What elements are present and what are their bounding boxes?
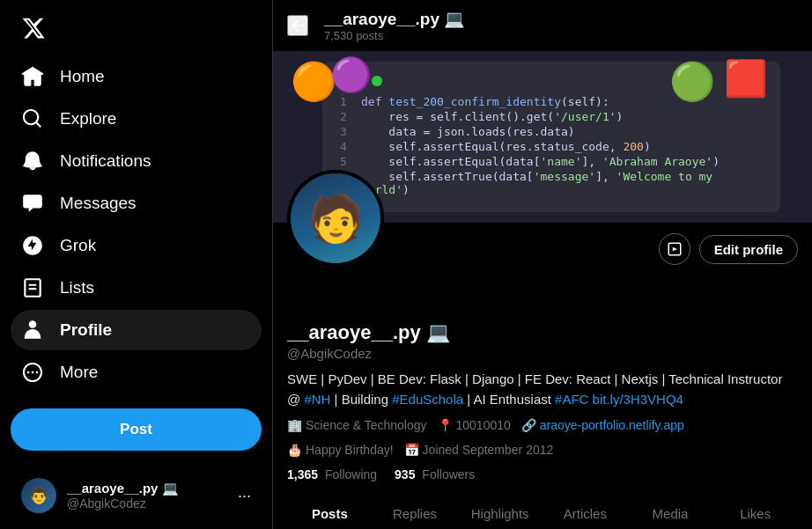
followers-label: Followers — [422, 467, 475, 481]
sidebar-user-menu[interactable]: 👨 __araoye__.py 💻 @AbgikCodez ··· — [11, 469, 262, 522]
code-line-4: 4 self.assertEqual(res.status_code, 200) — [340, 140, 763, 153]
main-content: __araoye__.py 💻 7,530 posts 🟠 🟣 🟢 🟥 1 de… — [273, 0, 812, 529]
back-button[interactable] — [287, 15, 308, 36]
sidebar-item-profile-label: Profile — [60, 320, 112, 340]
sidebar-item-messages-label: Messages — [60, 194, 137, 213]
sidebar-item-notifications[interactable]: Notifications — [11, 141, 262, 181]
following-label: Following — [325, 467, 377, 481]
meta-website: 🔗 araoye-portfolio.netlify.app — [521, 418, 684, 432]
home-icon — [21, 65, 44, 88]
header-posts-count: 7,530 posts — [324, 29, 465, 42]
lists-icon — [21, 276, 44, 299]
sidebar-item-lists-label: Lists — [60, 278, 94, 298]
bio-link-eduschola[interactable]: #EduSchola — [392, 392, 463, 407]
following-count: 1,365 — [287, 467, 318, 481]
profile-icon — [21, 319, 44, 342]
profile-tabs: Posts Replies Highlights Articles Media … — [287, 494, 798, 529]
tab-posts[interactable]: Posts — [287, 494, 373, 529]
code-line-3: 3 data = json.loads(res.data) — [340, 125, 763, 138]
sidebar-more-dots-icon: ··· — [238, 487, 251, 505]
sidebar: Home Explore Notifications Messages Grok… — [0, 0, 273, 529]
profile-meta: 🏢 Science & Technology 📍 10010010 🔗 arao… — [287, 418, 798, 457]
code-line-6: 6 self.assertTrue(data['message'], 'Welc… — [340, 170, 763, 196]
sidebar-user-info: __araoye__.py 💻 @AbgikCodez — [67, 481, 227, 511]
meta-category: 🏢 Science & Technology — [287, 418, 427, 432]
birthday-icon: 🎂 — [287, 443, 302, 457]
balloon-green: 🟢 — [669, 60, 715, 103]
x-logo-icon — [21, 16, 46, 40]
following-link[interactable]: 1,365 Following — [287, 467, 377, 481]
sidebar-item-lists[interactable]: Lists — [11, 268, 262, 308]
header-user-info: __araoye__.py 💻 7,530 posts — [324, 9, 465, 42]
tab-likes[interactable]: Likes — [712, 494, 798, 529]
tab-media[interactable]: Media — [628, 494, 713, 529]
profile-bio: SWE | PyDev | BE Dev: Flask | Django | F… — [287, 370, 798, 409]
profile-stats: 1,365 Following 935 Followers — [287, 467, 798, 481]
edit-profile-button[interactable]: Edit profile — [699, 235, 798, 264]
sidebar-item-more[interactable]: More — [11, 352, 262, 393]
sidebar-username: __araoye__.py 💻 — [67, 481, 227, 496]
code-line-5: 5 self.assertEqual(data['name'], 'Abraha… — [340, 155, 763, 168]
meta-joined: 📅 Joined September 2012 — [404, 443, 554, 457]
profile-avatar: 🧑 — [287, 170, 384, 267]
sidebar-item-grok[interactable]: Grok — [11, 225, 262, 266]
messages-icon — [21, 192, 44, 215]
bio-link-nh[interactable]: #NH — [304, 392, 330, 407]
balloon-pink: 🟥 — [724, 58, 768, 99]
maximize-dot — [372, 76, 382, 86]
sidebar-item-explore[interactable]: Explore — [11, 99, 262, 139]
sidebar-item-messages[interactable]: Messages — [11, 183, 262, 224]
explore-icon — [21, 107, 44, 130]
profile-header-bar: __araoye__.py 💻 7,530 posts — [273, 0, 812, 51]
profile-section: 🧑 Edit profile __araoye__.py 💻 @AbgikCod… — [273, 223, 812, 529]
sidebar-item-home[interactable]: Home — [11, 56, 262, 97]
followers-link[interactable]: 935 Followers — [395, 467, 475, 481]
sidebar-user-handle: @AbgikCodez — [67, 496, 227, 511]
sidebar-item-notifications-label: Notifications — [60, 151, 151, 171]
tab-highlights[interactable]: Highlights — [457, 494, 543, 529]
meta-location: 📍 10010010 — [438, 418, 511, 432]
sidebar-item-grok-label: Grok — [60, 236, 96, 255]
profile-handle: @AbgikCodez — [287, 346, 798, 361]
sidebar-item-home-label: Home — [60, 67, 105, 86]
media-icon-button[interactable] — [659, 233, 690, 265]
location-icon: 📍 — [438, 418, 453, 432]
code-line-2: 2 res = self.client().get('/user/1') — [340, 110, 763, 123]
profile-display-name: __araoye__.py 💻 — [287, 321, 798, 344]
profile-avatar-wrapper: 🧑 — [287, 170, 384, 267]
followers-count: 935 — [395, 467, 415, 481]
sidebar-item-more-label: More — [60, 363, 98, 382]
tab-replies[interactable]: Replies — [373, 494, 458, 529]
sidebar-item-explore-label: Explore — [60, 109, 116, 129]
link-icon: 🔗 — [521, 418, 536, 432]
notifications-icon — [21, 150, 44, 173]
meta-birthday: 🎂 Happy Birthday! — [287, 443, 394, 457]
calendar-icon: 📅 — [404, 443, 419, 457]
sidebar-item-profile[interactable]: Profile — [11, 310, 262, 350]
header-username: __araoye__.py 💻 — [324, 9, 465, 29]
post-button[interactable]: Post — [11, 408, 262, 451]
bio-link-afc[interactable]: #AFC bit.ly/3H3VHQ4 — [555, 392, 683, 407]
balloon-purple: 🟣 — [330, 55, 372, 94]
tab-articles[interactable]: Articles — [543, 494, 628, 529]
website-link[interactable]: araoye-portfolio.netlify.app — [540, 418, 684, 432]
category-icon: 🏢 — [287, 418, 302, 432]
x-logo[interactable] — [11, 7, 262, 53]
more-icon — [21, 361, 44, 384]
grok-icon — [21, 234, 44, 257]
sidebar-avatar: 👨 — [21, 478, 56, 513]
